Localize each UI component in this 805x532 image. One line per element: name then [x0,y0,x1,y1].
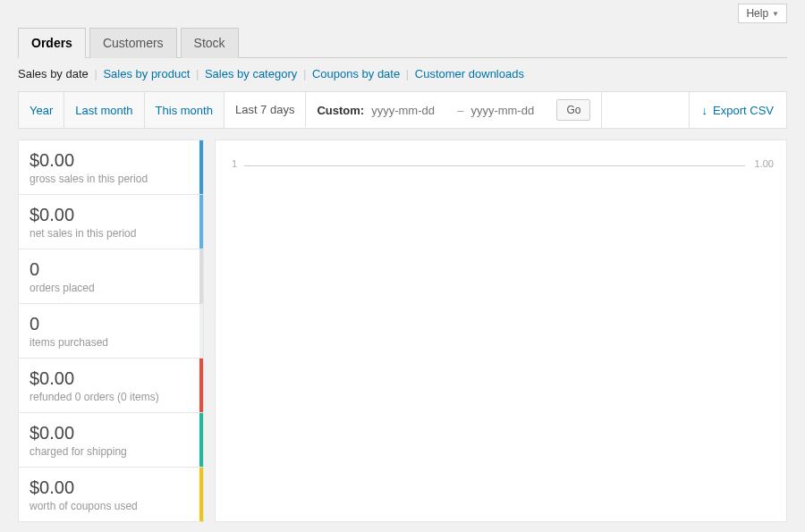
legend-value: $0.00 [30,204,192,225]
legend-color-stripe [199,304,203,358]
download-icon: ↓ [702,104,708,117]
go-button[interactable]: Go [556,99,590,121]
legend-value: 0 [30,258,192,280]
subnav-sales-by-category[interactable]: Sales by category [205,67,297,80]
legend-color-stripe [199,249,203,303]
tab-stock[interactable]: Stock [181,28,239,58]
report-subnav: Sales by date | Sales by product | Sales… [18,58,787,91]
help-dropdown[interactable]: Help ▼ [738,4,787,23]
range-year[interactable]: Year [19,92,64,128]
subnav-sales-by-date[interactable]: Sales by date [18,67,89,80]
chart-legend: $0.00gross sales in this period$0.00net … [18,139,204,522]
chevron-down-icon: ▼ [772,10,779,18]
legend-desc: gross sales in this period [30,173,192,185]
legend-item[interactable]: $0.00refunded 0 orders (0 items) [18,358,204,412]
chart-y-right-tick: 1.00 [755,158,774,169]
legend-desc: orders placed [30,282,192,294]
chart-y-left-tick: 1 [232,158,237,169]
range-last-7-days[interactable]: Last 7 days [225,92,307,128]
custom-label: Custom: [317,104,364,117]
legend-color-stripe [199,359,203,412]
subnav-coupons-by-date[interactable]: Coupons by date [312,67,400,80]
legend-color-stripe [199,140,203,194]
subnav-customer-downloads[interactable]: Customer downloads [415,67,524,80]
legend-desc: worth of coupons used [30,500,192,512]
legend-value: 0 [30,313,192,334]
custom-end-date[interactable] [470,104,549,117]
date-range-separator: – [457,104,463,117]
range-last-month[interactable]: Last month [64,92,144,128]
legend-desc: items purchased [30,336,192,349]
tab-orders[interactable]: Orders [18,28,86,58]
legend-desc: refunded 0 orders (0 items) [30,391,192,403]
legend-color-stripe [199,195,203,249]
legend-item[interactable]: 0items purchased [18,303,204,358]
legend-value: $0.00 [30,477,192,498]
legend-value: $0.00 [30,367,192,389]
legend-item[interactable]: $0.00gross sales in this period [18,139,204,194]
chart-gridline [244,165,745,166]
export-label: Export CSV [713,104,774,117]
help-label: Help [746,7,768,20]
date-range-bar: Year Last month This month Last 7 days C… [18,91,787,129]
custom-start-date[interactable] [371,104,450,117]
legend-value: $0.00 [30,422,192,443]
legend-color-stripe [199,413,203,467]
legend-item[interactable]: $0.00net sales in this period [18,194,204,249]
legend-item[interactable]: 0orders placed [18,249,204,303]
primary-tabs: Orders Customers Stock [18,27,787,58]
export-csv[interactable]: ↓ Export CSV [690,92,786,128]
legend-desc: charged for shipping [30,445,192,458]
range-this-month[interactable]: This month [145,92,225,128]
legend-item[interactable]: $0.00charged for shipping [18,412,204,467]
legend-desc: net sales in this period [30,227,192,240]
legend-color-stripe [199,468,203,521]
legend-item[interactable]: $0.00worth of coupons used [18,467,204,522]
tab-customers[interactable]: Customers [89,28,177,58]
subnav-sales-by-product[interactable]: Sales by product [103,67,190,80]
range-custom: Custom: – Go [306,92,602,128]
chart-area: 1 1.00 [215,139,787,522]
legend-value: $0.00 [30,149,192,171]
